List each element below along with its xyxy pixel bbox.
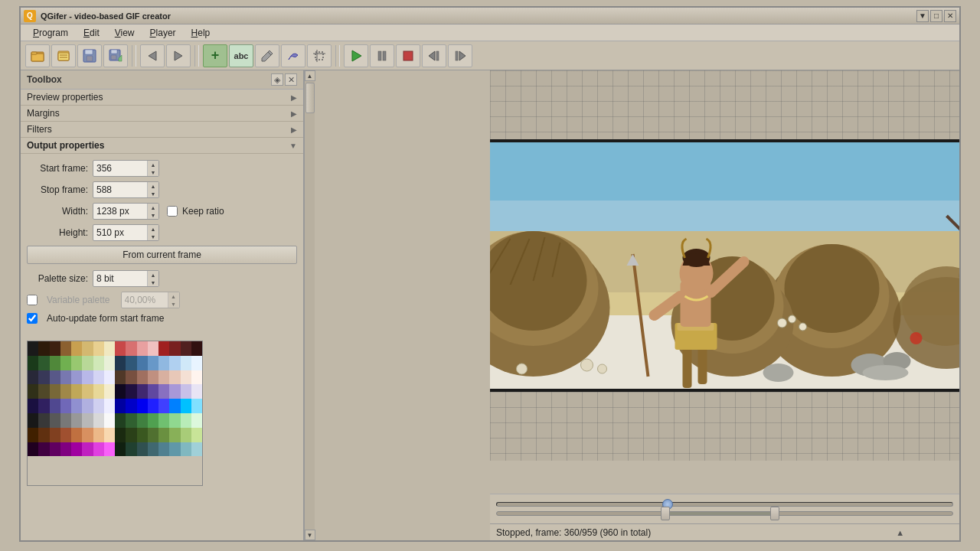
palette-cell[interactable] [28, 356, 38, 370]
palette-cell[interactable] [137, 399, 148, 413]
palette-cell[interactable] [50, 370, 60, 385]
palette-cell[interactable] [93, 384, 104, 399]
auto-update-checkbox[interactable] [27, 313, 38, 324]
range-slider-track[interactable] [496, 511, 953, 516]
palette-cell[interactable] [181, 384, 191, 399]
palette-cell[interactable] [137, 428, 148, 442]
palette-cell[interactable] [169, 384, 180, 399]
palette-cell[interactable] [169, 442, 180, 457]
palette-cell[interactable] [50, 399, 60, 413]
menu-edit[interactable]: Edit [77, 26, 106, 40]
palette-cell[interactable] [191, 370, 202, 385]
position-slider-track[interactable] [496, 502, 953, 507]
palette-cell[interactable] [38, 356, 49, 370]
add-button[interactable]: + [203, 44, 227, 67]
menu-view[interactable]: View [109, 26, 141, 40]
keep-ratio-label[interactable]: Keep ratio [182, 206, 224, 217]
palette-cell[interactable] [158, 370, 169, 385]
output-properties-section[interactable]: Output properties ▼ [21, 138, 303, 154]
from-current-frame-button[interactable]: From current frame [27, 246, 297, 264]
palette-cell[interactable] [28, 341, 38, 356]
palette-cell[interactable] [126, 384, 136, 399]
palette-cell[interactable] [181, 413, 191, 428]
palette-size-down[interactable]: ▼ [148, 279, 158, 286]
palette-cell[interactable] [60, 413, 71, 428]
palette-cell[interactable] [50, 428, 60, 442]
palette-cell[interactable] [82, 356, 93, 370]
stop-frame-input[interactable] [93, 183, 147, 197]
palette-cell[interactable] [82, 341, 93, 356]
palette-cell[interactable] [60, 356, 71, 370]
height-input[interactable] [93, 226, 147, 240]
palette-cell[interactable] [148, 341, 158, 356]
width-down[interactable]: ▼ [148, 211, 158, 219]
palette-cell[interactable] [104, 413, 115, 428]
scroll-thumb[interactable] [305, 83, 315, 113]
start-frame-down[interactable]: ▼ [148, 168, 158, 176]
fastforward-button[interactable] [448, 44, 472, 67]
palette-size-select[interactable]: 8 bit 4 bit 2 bit 1 bit [93, 272, 147, 285]
arrow-left-button[interactable] [140, 44, 165, 67]
palette-cell[interactable] [158, 384, 169, 399]
text-button[interactable]: abc [229, 44, 253, 67]
palette-cell[interactable] [181, 370, 191, 385]
palette-cell[interactable] [158, 356, 169, 370]
palette-cell[interactable] [148, 370, 158, 385]
palette-cell[interactable] [115, 428, 126, 442]
palette-cell[interactable] [93, 341, 104, 356]
variable-palette-percent-down[interactable]: ▼ [168, 300, 179, 308]
palette-cell[interactable] [38, 370, 49, 385]
fill-button[interactable] [281, 44, 305, 67]
toolbox-pin-button[interactable]: ◈ [271, 73, 283, 86]
palette-cell[interactable] [191, 442, 202, 457]
palette-cell[interactable] [191, 413, 202, 428]
filters-section[interactable]: Filters ▶ [21, 122, 303, 138]
palette-cell[interactable] [169, 341, 180, 356]
palette-cell[interactable] [38, 384, 49, 399]
palette-cell[interactable] [104, 341, 115, 356]
palette-cell[interactable] [126, 442, 136, 457]
palette-cell[interactable] [93, 428, 104, 442]
play-button[interactable] [344, 44, 368, 67]
keep-ratio-checkbox[interactable] [167, 206, 178, 217]
stop-button[interactable] [396, 44, 420, 67]
palette-cell[interactable] [104, 370, 115, 385]
toolbox-close-button[interactable]: ✕ [285, 73, 297, 86]
palette-cell[interactable] [126, 413, 136, 428]
maximize-button[interactable]: □ [930, 10, 942, 22]
menu-player[interactable]: Player [144, 26, 182, 40]
stop-frame-up[interactable]: ▲ [148, 182, 158, 190]
palette-cell[interactable] [38, 442, 49, 457]
palette-cell[interactable] [169, 370, 180, 385]
palette-cell[interactable] [126, 428, 136, 442]
palette-cell[interactable] [191, 356, 202, 370]
palette-cell[interactable] [28, 413, 38, 428]
palette-size-up[interactable]: ▲ [148, 271, 158, 279]
palette-cell[interactable] [104, 399, 115, 413]
palette-cell[interactable] [115, 341, 126, 356]
palette-cell[interactable] [28, 442, 38, 457]
pause-button[interactable] [370, 44, 394, 67]
palette-cell[interactable] [82, 442, 93, 457]
palette-cell[interactable] [104, 384, 115, 399]
palette-cell[interactable] [93, 356, 104, 370]
edit-tool-button[interactable] [255, 44, 279, 67]
palette-cell[interactable] [158, 399, 169, 413]
preview-properties-section[interactable]: Preview properties ▶ [21, 90, 303, 106]
open-folder-button[interactable] [25, 44, 50, 67]
scroll-down-arrow[interactable]: ▼ [305, 530, 315, 540]
palette-cell[interactable] [93, 399, 104, 413]
palette-cell[interactable] [181, 428, 191, 442]
palette-cell[interactable] [38, 399, 49, 413]
palette-cell[interactable] [148, 413, 158, 428]
close-button[interactable]: ✕ [944, 10, 956, 22]
width-input[interactable] [93, 204, 147, 218]
palette-cell[interactable] [28, 428, 38, 442]
open-recent-button[interactable] [51, 44, 76, 67]
toolbox-scrollbar[interactable]: ▲ ▼ [304, 70, 315, 540]
palette-cell[interactable] [71, 370, 82, 385]
palette-cell[interactable] [50, 356, 60, 370]
palette-cell[interactable] [28, 370, 38, 385]
height-down[interactable]: ▼ [148, 233, 158, 240]
menu-program[interactable]: Program [27, 26, 74, 40]
